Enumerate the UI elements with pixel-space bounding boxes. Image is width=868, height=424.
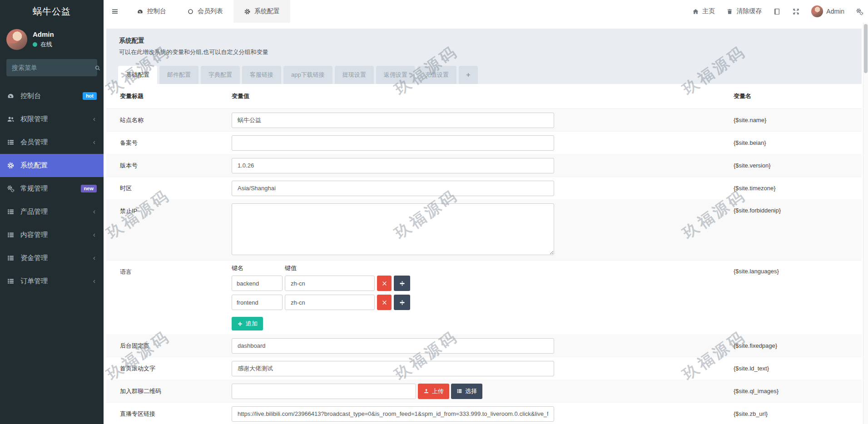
thlist-icon [7, 208, 15, 216]
user-info: Admin 在线 [33, 30, 54, 49]
chevron-left-icon [91, 140, 97, 145]
sidebar-item-权限管理[interactable]: 权限管理 [0, 108, 104, 131]
docs-button[interactable] [773, 8, 781, 15]
sidebar-item-label: 产品管理 [20, 207, 48, 216]
row-varname: {$site.beian} [734, 139, 862, 146]
value-input-版本号[interactable] [232, 158, 554, 173]
language-key-input[interactable] [232, 295, 283, 310]
menu-badge-hot: hot [83, 92, 97, 100]
topbar-tab-会员列表[interactable]: 会员列表 [177, 0, 233, 23]
search-input[interactable] [12, 64, 94, 71]
row-value-cell [232, 135, 734, 151]
topbar-tabs: 控制台会员列表系统配置 [126, 0, 290, 23]
delete-pair-button[interactable] [377, 276, 392, 291]
value-input-时区[interactable] [232, 181, 554, 196]
choose-label: 选择 [465, 387, 477, 395]
avatar [811, 5, 823, 17]
value-input-备案号[interactable] [232, 135, 554, 151]
tachometer-icon [137, 8, 144, 15]
row-label: 加入群聊二维码 [106, 387, 232, 395]
language-subheaders: 键名键值 [232, 264, 734, 272]
row-varname: {$site.timezone} [734, 185, 862, 192]
value-textarea-禁止IP[interactable] [232, 203, 554, 255]
chevron-left-icon [91, 209, 97, 215]
config-tab-客服链接[interactable]: 客服链接 [242, 66, 281, 84]
sidebar-item-内容管理[interactable]: 内容管理 [0, 223, 104, 247]
scrollbar[interactable] [863, 23, 868, 424]
row-varname: {$site.version} [734, 162, 862, 169]
sidebar-item-label: 系统配置 [20, 161, 48, 170]
value-input-首页滚动文字[interactable] [232, 361, 554, 376]
column-header-value: 变量值 [232, 92, 734, 100]
topbar-tab-label: 会员列表 [198, 7, 223, 15]
move-pair-button[interactable] [394, 276, 410, 291]
row-value-cell: 键名键值追加 [232, 261, 734, 334]
language-value-input[interactable] [285, 295, 375, 310]
gear-icon [7, 162, 15, 169]
topbar-tab-系统配置[interactable]: 系统配置 [233, 0, 290, 23]
user-name: Admin [33, 30, 54, 38]
main-area: 控制台会员列表系统配置 主页 清除缓存 Admin [104, 0, 868, 424]
sidebar-item-label: 订单管理 [20, 277, 48, 286]
config-tab-返佣设置[interactable]: 返佣设置 [376, 66, 415, 84]
users-icon [7, 115, 15, 123]
online-dot [33, 42, 37, 47]
table-row: 加入群聊二维码上传选择{$site.ql_images} [106, 380, 862, 403]
value-input-站点名称[interactable] [232, 113, 554, 128]
table-row: 直播专区链接{$site.zb_url} [106, 403, 862, 424]
row-value-cell: 上传选择 [232, 384, 734, 399]
sidebar-search[interactable] [6, 59, 97, 76]
sidebar-item-控制台[interactable]: 控制台hot [0, 84, 104, 108]
config-tab-app下载链接[interactable]: app下载链接 [283, 66, 332, 84]
config-tab-基础配置[interactable]: 基础配置 [118, 66, 157, 84]
sidebar-toggle-button[interactable] [104, 0, 126, 23]
home-label: 主页 [702, 7, 715, 15]
sidebar-item-订单管理[interactable]: 订单管理 [0, 270, 104, 293]
fullscreen-button[interactable] [792, 8, 800, 15]
row-value-cell [232, 181, 734, 196]
config-tab-邮件配置[interactable]: 邮件配置 [159, 66, 198, 84]
home-icon [692, 8, 699, 15]
sidebar-item-常规管理[interactable]: 常规管理new [0, 177, 104, 200]
sidebar-item-会员管理[interactable]: 会员管理 [0, 131, 104, 154]
row-label: 时区 [106, 184, 232, 192]
value-input-直播专区链接[interactable] [232, 406, 554, 422]
config-tab-提现设置[interactable]: 提现设置 [335, 66, 374, 84]
config-tab-字典配置[interactable]: 字典配置 [201, 66, 240, 84]
row-label: 语言 [106, 261, 232, 276]
content: 系统配置 可以在此增改系统的变量和分组,也可以自定义分组和变量 基础配置邮件配置… [104, 23, 868, 424]
language-value-input[interactable] [285, 276, 375, 291]
home-link[interactable]: 主页 [692, 7, 715, 15]
table-row: 备案号{$site.beian} [106, 132, 862, 154]
scrollbar-thumb[interactable] [864, 24, 868, 73]
row-varname: {$site.forbiddenip} [734, 200, 862, 214]
plus-icon [237, 321, 243, 327]
config-tab-充值设置[interactable]: 充值设置 [417, 66, 456, 84]
sidebar-item-label: 会员管理 [20, 138, 48, 147]
table-row: 禁止IP{$site.forbiddenip} [106, 200, 862, 261]
upload-button[interactable]: 上传 [418, 384, 449, 399]
image-path-input[interactable] [232, 384, 416, 399]
language-pair-row [232, 276, 734, 291]
topbar-tab-控制台[interactable]: 控制台 [126, 0, 177, 23]
clear-cache-label: 清除缓存 [736, 7, 762, 15]
chevron-left-icon [91, 256, 97, 261]
settings-button[interactable] [856, 8, 863, 15]
choose-button[interactable]: 选择 [451, 384, 482, 399]
delete-pair-button[interactable] [377, 295, 392, 310]
value-input-后台固定页[interactable] [232, 338, 554, 354]
append-pair-button[interactable]: 追加 [232, 317, 263, 330]
gears-icon [856, 8, 863, 15]
language-key-input[interactable] [232, 276, 283, 291]
sidebar-item-资金管理[interactable]: 资金管理 [0, 247, 104, 270]
sidebar-item-系统配置[interactable]: 系统配置 [0, 154, 104, 177]
add-group-tab[interactable] [459, 66, 478, 84]
clear-cache-button[interactable]: 清除缓存 [726, 7, 762, 15]
move-pair-button[interactable] [394, 295, 410, 310]
thlist-icon [7, 254, 15, 262]
user-panel: Admin 在线 [0, 23, 104, 54]
choose-list-icon [456, 388, 462, 394]
user-menu[interactable]: Admin [811, 5, 844, 17]
sidebar-item-产品管理[interactable]: 产品管理 [0, 200, 104, 223]
circleo-icon [187, 8, 194, 15]
